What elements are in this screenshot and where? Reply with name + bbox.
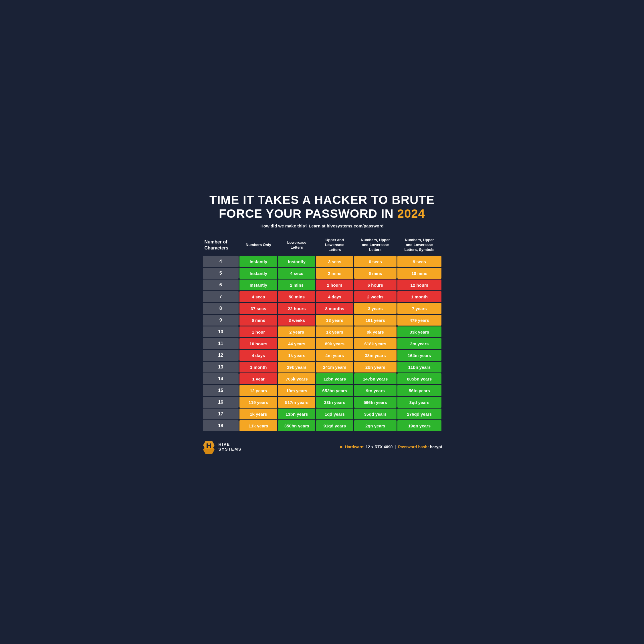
data-cell: 350bn years [278,420,315,431]
data-cell: 4 secs [278,268,315,279]
password-table: Number ofCharacters Numbers Only Lowerca… [202,234,442,432]
data-cell: 1 month [397,291,441,302]
data-cell: 9tn years [354,385,397,396]
hardware-value: 12 x RTX 4090 [366,445,393,449]
data-cell: 2 hours [316,280,353,290]
char-count-cell: 12 [203,350,239,361]
data-cell: 6 mins [239,315,277,326]
data-cell: 4 secs [239,291,277,302]
table-row: 16119 years517m years33tn years566tn yea… [203,397,441,408]
data-cell: 1k years [278,350,315,361]
data-cell: Instantly [239,280,277,290]
data-cell: Instantly [239,268,277,279]
table-row: 6Instantly2 mins2 hours6 hours12 hours [203,280,441,290]
data-cell: 33k years [397,326,441,337]
data-cell: 1 month [239,362,277,372]
data-cell: 652bn years [316,385,353,396]
page-title: TIME IT TAKES A HACKER TO BRUTE FORCE YO… [202,193,442,221]
data-cell: 161 years [354,315,397,326]
data-cell: 56tn years [397,385,441,396]
data-cell: 6 hours [354,280,397,290]
char-count-cell: 7 [203,291,239,302]
data-cell: 11bn years [397,362,441,372]
table-row: 1110 hours44 years89k years618k years2m … [203,338,441,349]
data-cell: 147bn years [354,373,397,384]
footer-arrow: ► [339,444,344,449]
data-cell: 3qd years [397,397,441,408]
table-row: 1811k years350bn years91qd years2qn year… [203,420,441,431]
data-cell: 241m years [316,362,353,372]
data-cell: 2qn years [354,420,397,431]
table-row: 171k years13bn years1qd years35qd years2… [203,409,441,419]
table-row: 131 month29k years241m years2bn years11b… [203,362,441,372]
data-cell: 6 secs [354,256,397,267]
data-cell: 119 years [239,397,277,408]
char-count-cell: 10 [203,326,239,337]
data-cell: 4 days [239,350,277,361]
data-cell: 8 months [316,303,353,314]
table-row: 1512 years19m years652bn years9tn years5… [203,385,441,396]
col-header-numbers: Numbers Only [239,235,277,255]
data-cell: 50 mins [278,291,315,302]
data-cell: 89k years [316,338,353,349]
col-header-num-upper-lower: Numbers, Upperand LowercaseLetters [354,235,397,255]
hardware-label: Hardware: [345,445,364,449]
table-row: 4InstantlyInstantly3 secs6 secs9 secs [203,256,441,267]
table-row: 96 mins3 weeks33 years161 years479 years [203,315,441,326]
logo-text: HIVESYSTEMS [219,442,242,452]
char-count-cell: 4 [203,256,239,267]
char-count-cell: 9 [203,315,239,326]
logo-area: HIVESYSTEMS [202,440,242,454]
svg-rect-4 [207,445,211,446]
data-cell: 12 hours [397,280,441,290]
data-cell: 11k years [239,420,277,431]
data-cell: 6 mins [354,268,397,279]
data-cell: Instantly [278,256,315,267]
data-cell: Instantly [239,256,277,267]
data-cell: 566tn years [354,397,397,408]
hash-value: bcrypt [430,445,442,449]
data-cell: 37 secs [239,303,277,314]
col-header-symbols: Numbers, Upperand LowercaseLetters, Symb… [397,235,441,255]
char-count-cell: 15 [203,385,239,396]
data-cell: 4m years [316,350,353,361]
data-cell: 33 years [316,315,353,326]
footer-info: ► Hardware: 12 x RTX 4090 | Password has… [339,444,442,449]
data-cell: 1 hour [239,326,277,337]
char-count-cell: 5 [203,268,239,279]
svg-marker-1 [203,446,215,454]
col-header-upper-lower: Upper andLowercaseLetters [316,235,353,255]
data-cell: 805bn years [397,373,441,384]
col-header-chars: Number ofCharacters [203,235,239,255]
data-cell: 2 mins [316,268,353,279]
data-cell: 2 years [278,326,315,337]
char-count-cell: 17 [203,409,239,419]
data-cell: 618k years [354,338,397,349]
data-cell: 3 weeks [278,315,315,326]
data-cell: 2 mins [278,280,315,290]
data-cell: 2m years [397,338,441,349]
footer: HIVESYSTEMS ► Hardware: 12 x RTX 4090 | … [202,437,442,454]
subtitle: How did we make this? Learn at hivesyste… [202,223,442,228]
table-row: 837 secs22 hours8 months3 years7 years [203,303,441,314]
table-row: 74 secs50 mins4 days2 weeks1 month [203,291,441,302]
char-count-cell: 13 [203,362,239,372]
data-cell: 12bn years [316,373,353,384]
data-cell: 91qd years [316,420,353,431]
char-count-cell: 14 [203,373,239,384]
data-cell: 19qn years [397,420,441,431]
data-cell: 38m years [354,350,397,361]
char-count-cell: 11 [203,338,239,349]
data-cell: 7 years [397,303,441,314]
data-cell: 1qd years [316,409,353,419]
table-row: 5Instantly4 secs2 mins6 mins10 mins [203,268,441,279]
data-cell: 12 years [239,385,277,396]
data-cell: 3 secs [316,256,353,267]
data-cell: 10 mins [397,268,441,279]
data-cell: 276qd years [397,409,441,419]
col-header-lower: LowercaseLetters [278,235,315,255]
data-cell: 13bn years [278,409,315,419]
data-cell: 1k years [239,409,277,419]
data-cell: 1 year [239,373,277,384]
table-row: 124 days1k years4m years38m years164m ye… [203,350,441,361]
